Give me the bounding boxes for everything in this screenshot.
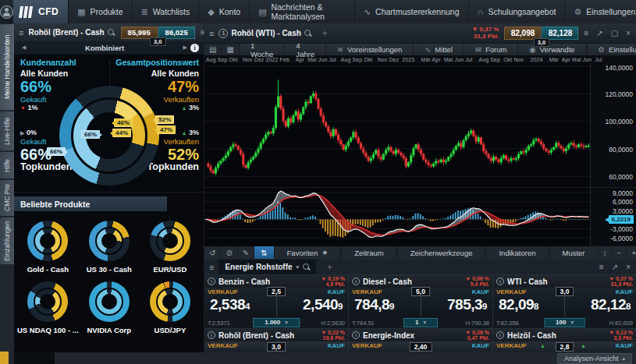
zoom-in-icon[interactable]: + [627, 246, 636, 259]
window-menu-icon[interactable]: ≡ [208, 29, 215, 38]
macd-canvas[interactable] [204, 188, 590, 246]
watchlist-tab[interactable]: Energie Rohstoffe▾ [219, 260, 316, 274]
window-menu-icon[interactable]: ≡ [17, 28, 25, 37]
popout-icon[interactable]: ▢ [609, 29, 620, 37]
account-icon [0, 5, 13, 19]
candle-period-tab[interactable]: 1 Woche [240, 44, 285, 55]
sidetab-handelskonten[interactable]: Meine Handelskonten [0, 24, 14, 110]
close-icon[interactable]: × [624, 263, 633, 271]
deposit-flag[interactable] [0, 352, 9, 364]
sell-label[interactable]: VERKAUF [496, 342, 527, 349]
fit-vertical-icon[interactable]: ↕ [599, 246, 613, 259]
chart-settings-button[interactable]: ⚙Einstellungen [587, 44, 636, 55]
indicator-axis[interactable]: 9,0000 6,0000 3,0000 0,2219 -3,0000 -6,0… [590, 188, 636, 246]
product-usdjpy[interactable]: USD/JPY [140, 281, 201, 334]
prev-arrow-icon[interactable]: ◀ [19, 44, 29, 51]
main-menu: ▦Produkte ≣Watchlists ◆Konto ▤Nachrichte… [68, 0, 636, 23]
info-icon[interactable]: i [352, 277, 360, 285]
window-list-icon[interactable]: ≡ [581, 29, 591, 37]
quantity-select[interactable]: 1.000▾ [253, 318, 300, 327]
drawing-tools-tab[interactable]: Zeichenwerkzeuge [397, 246, 486, 259]
popular-products: Beliebte Produkte Gold - Cash US 30 - Ca… [14, 192, 204, 352]
buy-label[interactable]: KAUF [472, 342, 489, 349]
indicators-tab[interactable]: Indikatoren [485, 246, 549, 259]
menu-produkte[interactable]: ▦Produkte [69, 0, 132, 23]
info-icon[interactable]: i [208, 331, 215, 339]
indicator-panel[interactable]: 9,0000 6,0000 3,0000 0,2219 -3,0000 -6,0… [204, 187, 636, 246]
report-icon[interactable]: ▤ [204, 44, 222, 55]
sidetab-hilfe[interactable]: Hilfe [0, 152, 14, 178]
tile-footer: T:784,51 1▾ H:790,38 [349, 317, 492, 328]
sell-label[interactable]: VERKAUF [208, 342, 238, 349]
buy-price-button[interactable]: 2,5409 [303, 296, 343, 313]
tile-brent: i Rohöl (Brent) - Cash ▼ 0,22 %19,6 Pkt.… [204, 329, 348, 353]
product-usndaq[interactable]: US NDAQ 100 - ... [17, 281, 79, 334]
mittel-button[interactable]: ∿Mittel [414, 44, 464, 55]
product-nvidia[interactable]: NVIDIA Corp [79, 281, 140, 334]
menu-chartmuster[interactable]: ∿Chartmustererkennung [355, 0, 469, 23]
buy-price-button[interactable]: 82,128 [591, 296, 631, 313]
menu-einstellungen[interactable]: ⚙Einstellungen [565, 0, 636, 23]
forum-icon: ✉ [475, 45, 481, 54]
pencil-icon[interactable]: ✎ [238, 246, 254, 259]
info-icon[interactable]: i [496, 277, 504, 285]
forum-button[interactable]: ✉Forum [464, 44, 518, 55]
window-list-icon[interactable]: ≡ [597, 263, 606, 271]
sell-price-button[interactable]: 82,098 [499, 296, 538, 313]
quantity-select[interactable]: 1▾ [403, 318, 438, 327]
buy-sell-toggle-button[interactable]: ⇅ [254, 246, 273, 259]
product-eurusd[interactable]: EUR/USD [140, 221, 201, 274]
menu-konto[interactable]: ◆Konto [199, 0, 250, 23]
sell-price-button[interactable]: 2,5384 [210, 296, 250, 313]
related-button[interactable]: ◉Verwandte [518, 44, 586, 55]
sell-price-button[interactable]: 784,89 [354, 296, 394, 313]
cmc-logo-icon [19, 6, 33, 18]
menu-watchlists[interactable]: ≣Watchlists [133, 0, 200, 23]
next-arrow-icon[interactable]: ▶ [180, 44, 190, 51]
sidetab-live-hilfe[interactable]: Live-Hilfe [0, 111, 14, 150]
expand-icon[interactable]: ↗ [609, 263, 620, 271]
sidetab-cmc-pro[interactable]: CMC Pro [0, 180, 14, 216]
buy-price-button[interactable]: 785,39 [447, 296, 487, 313]
range-tab[interactable]: 4 Jahre [285, 44, 326, 55]
tile-diesel: i Diesel - Cash ▼ 0,06 %5,4 Pkt. VERKAUF… [349, 275, 492, 328]
refresh-icon[interactable]: ↺ [204, 246, 221, 259]
window-menu-icon[interactable]: ≡ [208, 263, 215, 272]
grid-layout-icon[interactable]: ▦ [222, 44, 239, 55]
search-icon[interactable] [304, 30, 311, 37]
menu-nachrichten[interactable]: ▤Nachrichten & Marktanalysen [250, 0, 355, 23]
tile-benzin: i Benzin - Cash ▼ 0,19 %4,9 Pkt. VERKAUF… [204, 275, 348, 328]
add-tab-button[interactable]: + [314, 28, 336, 39]
menu-schulung[interactable]: ∩Schulungsangebot [469, 0, 566, 23]
disable-icon[interactable]: ⊘ [221, 246, 237, 259]
patterns-tab[interactable]: Muster [549, 246, 599, 259]
cmc-logo-tile[interactable]: CFD [13, 0, 68, 23]
sidetab-einzahlungen[interactable]: Einzahlungen [0, 217, 14, 264]
info-icon[interactable]: i [496, 331, 504, 339]
close-icon[interactable]: × [624, 29, 633, 37]
info-icon[interactable]: i [352, 331, 360, 339]
price-chart-area[interactable]: 140,0000 120,0000 100,0000 80,0000 60,00… [204, 63, 636, 187]
analysis-view-button[interactable]: Analysen-Ansicht▴ [557, 353, 632, 364]
price-axis[interactable]: 140,0000 120,0000 100,0000 80,0000 60,00… [590, 63, 636, 187]
favorites-tab[interactable]: Favoriten★ [274, 246, 342, 259]
presets-button[interactable]: ≋Voreinstellungen [326, 44, 414, 55]
product-us30[interactable]: US 30 - Cash [79, 221, 140, 274]
buy-label[interactable]: KAUF [616, 342, 633, 349]
sell-label[interactable]: VERKAUF [352, 342, 382, 349]
account-button[interactable] [0, 0, 13, 23]
candles-canvas[interactable] [204, 63, 590, 187]
info-circle-icon[interactable]: i [190, 44, 199, 52]
spread-value: 3,0 [150, 37, 165, 46]
zeitraum-tab[interactable]: Zeitraum [341, 246, 396, 259]
buy-label[interactable]: KAUF [328, 342, 345, 349]
product-gold[interactable]: Gold - Cash [17, 221, 79, 274]
zoom-out-icon[interactable]: − [613, 246, 627, 259]
search-icon[interactable] [108, 29, 115, 36]
tile-energie-index: i Energie-Index ▼ 0,26 %3,47 Pkt. VERKAU… [349, 329, 492, 353]
expand-icon[interactable]: ↗ [594, 29, 605, 37]
add-watchlist-tab-button[interactable]: + [319, 262, 340, 273]
quantity-select[interactable]: 100▾ [544, 318, 585, 327]
info-icon[interactable]: i [208, 277, 215, 285]
sell-label: VERKAUF [496, 288, 527, 295]
